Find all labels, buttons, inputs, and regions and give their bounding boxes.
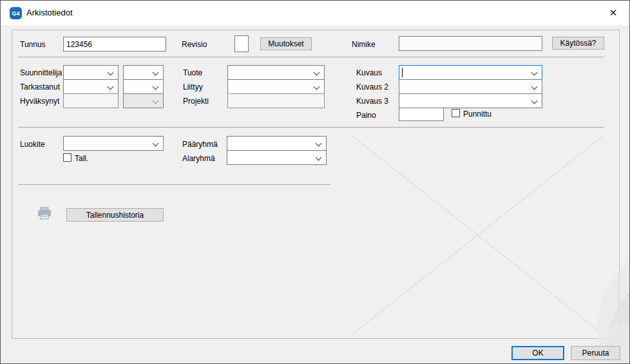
tarkastanut-label: Tarkastanut <box>20 82 60 91</box>
window-title: Arkistotiedot <box>26 8 73 17</box>
ok-button[interactable]: OK <box>511 346 564 360</box>
chevron-down-icon <box>531 98 538 104</box>
tuote-label: Tuote <box>183 68 202 77</box>
tarkastanut-combo[interactable] <box>63 79 119 94</box>
muutokset-button[interactable]: Muutokset <box>260 37 312 50</box>
chevron-down-icon <box>314 70 320 76</box>
chevron-down-icon <box>531 70 538 76</box>
title-bar: G4 Arkistotiedot ✕ <box>1 1 629 25</box>
tarkastanut-date-combo[interactable] <box>123 79 164 94</box>
chevron-down-icon <box>153 140 159 147</box>
chevron-down-icon <box>153 98 159 104</box>
suunnittelija-combo[interactable] <box>63 65 119 80</box>
suunnittelija-date-combo[interactable] <box>123 65 164 80</box>
alaryhma-label: Alaryhmä <box>182 154 215 163</box>
nimike-input[interactable] <box>399 36 542 51</box>
tall-checkbox[interactable] <box>63 153 72 162</box>
hyvaksynyt-date-combo <box>123 93 164 108</box>
punnittu-checkbox[interactable] <box>452 109 460 117</box>
paaryhma-combo[interactable] <box>227 136 327 151</box>
chevron-down-icon <box>314 84 320 90</box>
kuvaus-label: Kuvaus <box>356 68 382 77</box>
revisio-label: Revisio <box>182 40 207 49</box>
luokite-label: Luokite <box>20 140 45 149</box>
projekti-label: Projekti <box>183 97 209 106</box>
tunnus-label: Tunnus <box>20 40 46 49</box>
chevron-down-icon <box>108 84 114 90</box>
close-icon[interactable]: ✕ <box>602 5 624 21</box>
chevron-down-icon <box>531 84 538 90</box>
liittyy-label: Liittyy <box>183 82 203 91</box>
chevron-down-icon <box>153 84 159 90</box>
kuvaus3-label: Kuvaus 3 <box>356 97 388 106</box>
app-icon: G4 <box>10 7 22 19</box>
chevron-down-icon <box>316 155 322 161</box>
chevron-down-icon <box>153 70 159 76</box>
tall-label: Tall. <box>75 154 88 163</box>
separator <box>18 57 604 57</box>
punnittu-label: Punnittu <box>463 110 492 119</box>
kaytossa-button[interactable]: Käytössä? <box>552 37 604 50</box>
alaryhma-combo[interactable] <box>227 150 327 165</box>
chevron-down-icon <box>316 140 322 147</box>
luokite-combo[interactable] <box>63 136 164 151</box>
suunnittelija-label: Suunnittelija <box>20 68 62 77</box>
kuvaus-combo[interactable] <box>399 65 542 80</box>
text-caret <box>402 68 403 77</box>
tunnus-input[interactable] <box>63 37 166 52</box>
projekti-input <box>227 93 325 108</box>
tallennushistoria-button[interactable]: Tallennushistoria <box>66 208 164 222</box>
kuvaus2-label: Kuvaus 2 <box>356 82 388 91</box>
separator <box>18 184 330 185</box>
paino-label: Paino <box>356 111 376 120</box>
kuvaus2-combo[interactable] <box>399 79 542 94</box>
tuote-combo[interactable] <box>227 65 325 80</box>
kuvaus3-combo[interactable] <box>399 93 542 108</box>
separator <box>18 127 604 128</box>
chevron-down-icon <box>108 70 114 76</box>
paaryhma-label: Pääryhmä <box>182 140 218 149</box>
hyvaksynyt-input <box>63 93 119 108</box>
paino-input[interactable] <box>399 108 444 121</box>
nimike-label: Nimike <box>352 40 376 49</box>
revisio-input[interactable] <box>234 35 249 52</box>
liittyy-combo[interactable] <box>227 79 325 94</box>
image-placeholder <box>352 136 603 334</box>
arkistotiedot-dialog: G4 Arkistotiedot ✕ Tunnus Revisio Muutok… <box>0 0 630 364</box>
printer-icon <box>37 206 52 220</box>
hyvaksynyt-label: Hyväksynyt <box>20 97 59 106</box>
peruuta-button[interactable]: Peruuta <box>571 346 620 360</box>
